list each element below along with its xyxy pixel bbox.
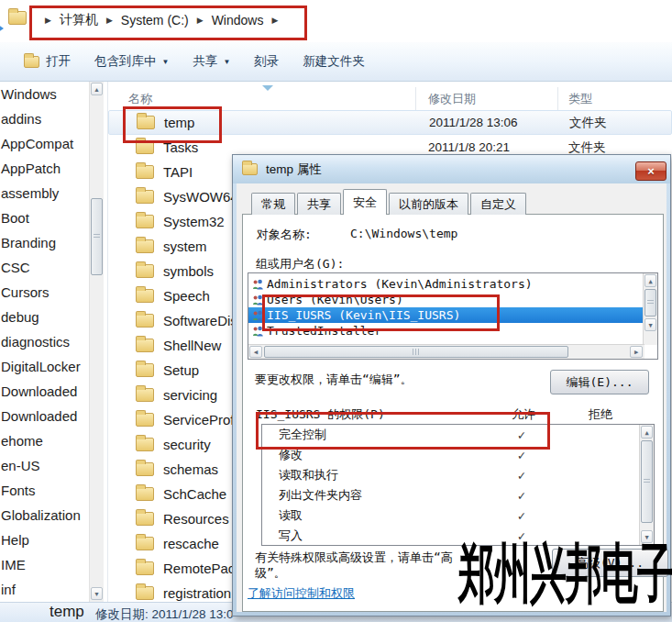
allow-checkmark-icon[interactable]: ✓: [508, 465, 535, 485]
tab-共享[interactable]: 共享: [297, 193, 341, 215]
tree-item-diagnostics[interactable]: diagnostics: [0, 329, 89, 354]
tree-item-cursors[interactable]: Cursors: [0, 280, 89, 305]
folder-icon: [136, 363, 154, 377]
scrollbar-thumb[interactable]: [91, 198, 103, 275]
breadcrumb-segment[interactable]: Windows: [212, 13, 264, 28]
scrollbar-thumb[interactable]: [641, 440, 653, 523]
allow-checkmark-icon[interactable]: ✓: [508, 425, 535, 445]
group-row-4[interactable]: TrustedInstaller: [248, 323, 381, 339]
tab-自定义[interactable]: 自定义: [470, 193, 526, 215]
tree-item-downloaded[interactable]: Downloaded: [0, 379, 89, 404]
tree-item-en-us[interactable]: en-US: [0, 453, 89, 478]
group-row-2[interactable]: Users (Kevin\Users): [248, 292, 403, 307]
permission-row[interactable]: 列出文件夹内容✓: [262, 485, 654, 505]
permissions-vscrollbar[interactable]: ▲ ▼: [639, 425, 654, 545]
folder-icon: [136, 339, 154, 352]
tree-item-ime[interactable]: IME: [0, 552, 89, 577]
back-arrow-icon[interactable]: [0, 22, 4, 35]
file-name: rescache: [163, 536, 219, 551]
allow-checkmark-icon[interactable]: ✓: [508, 445, 535, 465]
scrollbar-thumb[interactable]: [644, 289, 656, 317]
folder-tree: WindowsaddinsAppCompatAppPatchassemblyBo…: [0, 82, 89, 602]
file-name: ServiceProf: [163, 412, 235, 428]
dialog-titlebar[interactable]: temp 属性: [233, 155, 670, 183]
column-header-type[interactable]: 类型: [568, 91, 592, 107]
address-folder-icon: [8, 11, 27, 25]
folder-icon: [136, 487, 154, 501]
permission-row[interactable]: 写入✓: [262, 526, 654, 546]
tree-item-windows[interactable]: Windows: [0, 82, 89, 106]
folder-icon: [136, 537, 154, 550]
allow-checkmark-icon[interactable]: ✓: [508, 505, 535, 526]
tab-常规[interactable]: 常规: [251, 193, 295, 215]
scroll-up-icon[interactable]: ▲: [91, 83, 103, 95]
close-icon[interactable]: ×: [635, 161, 666, 181]
folder-open-icon: [24, 56, 39, 68]
tree-item-help[interactable]: Help: [0, 528, 89, 552]
column-header-date[interactable]: 修改日期: [428, 91, 476, 107]
permission-row[interactable]: 读取✓: [262, 505, 654, 526]
edit-button[interactable]: 编辑(E)...: [550, 370, 649, 394]
scroll-down-icon[interactable]: ▼: [644, 318, 656, 331]
tab-安全[interactable]: 安全: [343, 189, 387, 215]
file-name: Setup: [163, 362, 199, 378]
scroll-left-icon[interactable]: ◀: [249, 346, 262, 358]
column-divider[interactable]: [557, 87, 558, 110]
tree-item-addins[interactable]: addins: [0, 106, 89, 131]
toolbar-item-3[interactable]: 共享▼: [193, 53, 230, 70]
tree-item-appcompat[interactable]: AppCompat: [0, 131, 89, 156]
scroll-down-icon[interactable]: ▼: [91, 587, 103, 600]
tab-以前的版本[interactable]: 以前的版本: [389, 193, 468, 215]
permission-row[interactable]: 完全控制✓: [262, 425, 654, 445]
scroll-up-icon[interactable]: ▲: [644, 274, 656, 287]
group-row-3[interactable]: IIS_IUSRS (Kevin\IIS_IUSRS): [248, 307, 644, 323]
folder-icon: [136, 190, 154, 204]
tree-item-inf[interactable]: inf: [0, 577, 89, 602]
toolbar-item-2[interactable]: 包含到库中▼: [94, 53, 169, 70]
toolbar: 打开包含到库中▼共享▼刻录新建文件夹: [0, 42, 672, 82]
advanced-hint-line1: 有关特殊权限或高级设置，请单击“高: [255, 550, 453, 566]
file-name: SoftwareDis: [163, 313, 237, 328]
permission-row[interactable]: 修改✓: [262, 445, 654, 465]
group-row-1[interactable]: Administrators (Kevin\Administrators): [248, 276, 533, 292]
tree-item-boot[interactable]: Boot: [0, 205, 89, 230]
tree-item-branding[interactable]: Branding: [0, 230, 89, 255]
tree-item-digitallocker[interactable]: DigitalLocker: [0, 354, 89, 379]
column-header-name[interactable]: 名称: [128, 91, 152, 107]
sort-arrow-icon[interactable]: [262, 85, 273, 91]
toolbar-item-5[interactable]: 新建文件夹: [303, 53, 365, 70]
scroll-right-icon[interactable]: ▶: [630, 346, 643, 358]
sidebar-scrollbar[interactable]: ▲ ▼: [89, 82, 104, 602]
tree-item-assembly[interactable]: assembly: [0, 181, 89, 205]
tree-item-ehome[interactable]: ehome: [0, 428, 89, 453]
scroll-up-icon[interactable]: ▲: [641, 426, 653, 439]
users-icon: [252, 294, 264, 305]
tree-item-apppatch[interactable]: AppPatch: [0, 156, 89, 181]
group-name: Administrators (Kevin\Administrators): [267, 277, 533, 291]
allow-checkmark-icon[interactable]: ✓: [508, 526, 535, 546]
file-name: Resources: [163, 511, 229, 527]
group-list-vscrollbar[interactable]: ▲ ▼: [643, 273, 657, 345]
tree-item-csc[interactable]: CSC: [0, 255, 89, 280]
scroll-down-icon[interactable]: ▼: [641, 530, 653, 543]
scrollbar-thumb[interactable]: [264, 346, 568, 358]
column-divider[interactable]: [415, 87, 416, 110]
file-name: symbols: [163, 263, 214, 279]
toolbar-item-4[interactable]: 刻录: [254, 53, 279, 70]
breadcrumb-segment[interactable]: 计算机: [60, 12, 98, 28]
learn-about-access-link[interactable]: 了解访问控制和权限: [248, 585, 355, 602]
allow-checkmark-icon[interactable]: ✓: [508, 485, 535, 505]
tree-item-downloaded[interactable]: Downloaded: [0, 404, 89, 428]
group-list-hscrollbar[interactable]: ◀ ▶: [248, 344, 644, 359]
tree-item-fonts[interactable]: Fonts: [0, 478, 89, 503]
file-row[interactable]: temp2011/1/28 13:06文件夹: [108, 110, 672, 135]
tree-item-globalization[interactable]: Globalization: [0, 503, 89, 528]
advanced-button[interactable]: 高级(V)...: [552, 549, 668, 577]
toolbar-item-1[interactable]: 打开: [24, 53, 71, 70]
permission-row[interactable]: 读取和执行✓: [262, 465, 654, 485]
tree-item-debug[interactable]: debug: [0, 305, 89, 329]
folder-icon: [136, 314, 154, 328]
breadcrumb-segment[interactable]: System (C:): [121, 13, 189, 28]
security-tab-page: 对象名称: C:\Windows\temp 组或用户名(G): TrustedI…: [242, 214, 664, 612]
breadcrumb-chevron-icon: ▶: [45, 16, 51, 25]
